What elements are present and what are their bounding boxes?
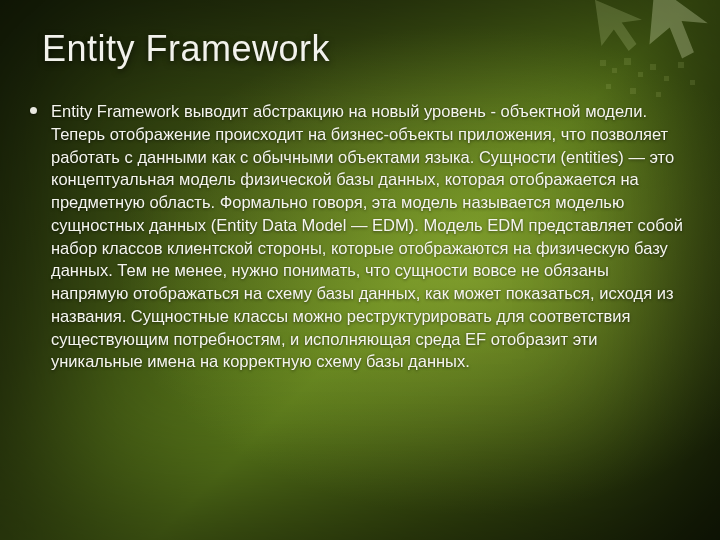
- svg-rect-3: [638, 72, 643, 77]
- bullet-text: Entity Framework выводит абстракцию на н…: [51, 100, 690, 373]
- slide-title: Entity Framework: [42, 28, 330, 70]
- svg-rect-2: [624, 58, 631, 65]
- svg-rect-10: [656, 92, 661, 97]
- slide-body: Entity Framework выводит абстракцию на н…: [30, 100, 690, 373]
- svg-rect-0: [600, 60, 606, 66]
- svg-rect-9: [630, 88, 636, 94]
- svg-rect-4: [650, 64, 656, 70]
- cursor-decoration: [560, 0, 720, 110]
- svg-rect-7: [690, 80, 695, 85]
- svg-rect-6: [678, 62, 684, 68]
- bullet-dot-icon: [30, 107, 37, 114]
- svg-rect-5: [664, 76, 669, 81]
- svg-rect-8: [606, 84, 611, 89]
- bullet-item: Entity Framework выводит абстракцию на н…: [30, 100, 690, 373]
- svg-rect-1: [612, 68, 617, 73]
